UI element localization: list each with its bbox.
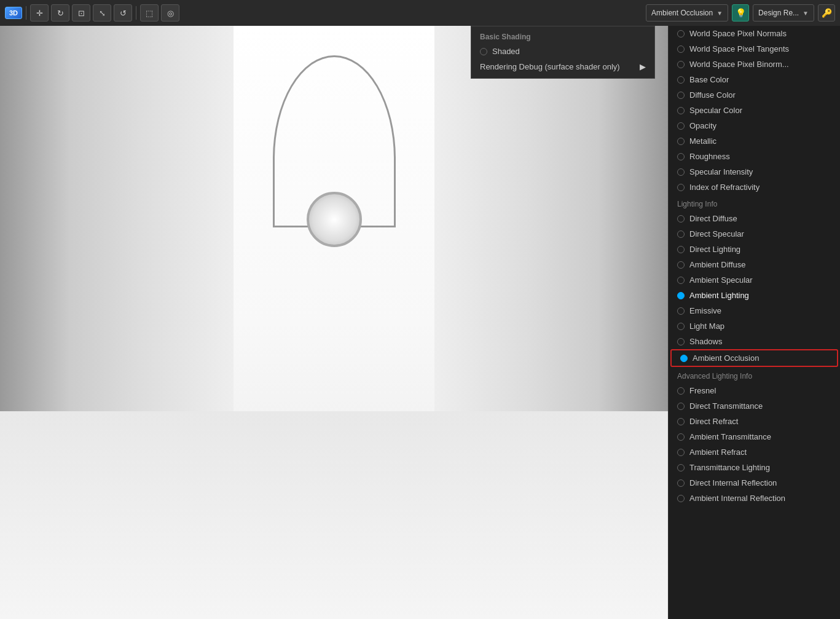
direct-refract-radio	[677, 418, 685, 425]
transmittance-lighting-radio	[677, 464, 685, 471]
lighting-info-header: Lighting Info	[669, 195, 840, 211]
rendering-debug-option[interactable]: Rendering Debug (surface shader only) ▶	[471, 59, 654, 74]
ambient-lighting-item[interactable]: Ambient Lighting	[669, 288, 840, 303]
viewport-mode-label: Ambient Occlusion	[651, 9, 713, 17]
floor	[0, 411, 668, 619]
direct-refract-label: Direct Refract	[689, 417, 738, 426]
design-mode-label: Design Re...	[758, 9, 799, 17]
transmittance-lighting-label: Transmittance Lighting	[689, 463, 770, 472]
roughness-item[interactable]: Roughness	[669, 149, 840, 164]
specular-color-label: Specular Color	[689, 106, 742, 115]
direct-internal-reflection-item[interactable]: Direct Internal Reflection	[669, 475, 840, 491]
rose-window	[307, 192, 362, 247]
light-map-item[interactable]: Light Map	[669, 318, 840, 334]
base-color-label: Base Color	[689, 75, 729, 84]
specular-color-radio	[677, 107, 685, 114]
emissive-radio	[677, 307, 685, 315]
direct-lighting-item[interactable]: Direct Lighting	[669, 242, 840, 257]
world-space-tangents-item[interactable]: World Space Pixel Tangents	[669, 41, 840, 57]
separator-2	[136, 6, 136, 20]
ambient-occlusion-item[interactable]: Ambient Occlusion	[670, 349, 838, 367]
camera-tool-button[interactable]: ⬚	[140, 4, 159, 22]
diffuse-color-label: Diffuse Color	[689, 90, 736, 100]
direct-internal-reflection-label: Direct Internal Reflection	[689, 478, 777, 487]
popup-title: Basic Shading	[471, 30, 654, 44]
direct-specular-item[interactable]: Direct Specular	[669, 226, 840, 242]
opacity-radio	[677, 122, 685, 130]
separator-1	[26, 6, 26, 20]
viewport-mode-chevron: ▼	[716, 10, 723, 17]
design-mode-dropdown[interactable]: Design Re... ▼	[753, 4, 814, 22]
direct-lighting-radio	[677, 246, 685, 253]
ambient-diffuse-radio	[677, 261, 685, 269]
shaded-option[interactable]: Shaded	[471, 44, 654, 59]
ambient-refract-item[interactable]: Ambient Refract	[669, 444, 840, 460]
direct-refract-item[interactable]: Direct Refract	[669, 414, 840, 429]
specular-intensity-item[interactable]: Specular Intensity	[669, 164, 840, 179]
direct-transmittance-label: Direct Transmittance	[689, 401, 763, 411]
undo-tool-button[interactable]: ↺	[114, 4, 132, 22]
world-space-tangents-radio	[677, 45, 685, 53]
direct-lighting-label: Direct Lighting	[689, 245, 740, 254]
transmittance-lighting-item[interactable]: Transmittance Lighting	[669, 460, 840, 475]
ambient-specular-item[interactable]: Ambient Specular	[669, 272, 840, 288]
world-space-normals-label: World Space Pixel Normals	[689, 29, 787, 38]
direct-internal-reflection-radio	[677, 479, 685, 487]
viewport-mode-dropdown[interactable]: Ambient Occlusion ▼	[646, 4, 728, 22]
ambient-diffuse-label: Ambient Diffuse	[689, 260, 746, 269]
unknown-tool-button[interactable]: ◎	[161, 4, 179, 22]
key-icon-button[interactable]: 🔑	[818, 4, 835, 22]
metallic-item[interactable]: Metallic	[669, 133, 840, 149]
viewport: 3D ✛ ↻ ⊡ ⤡ ↺ ⬚ ◎ Ambient Occlusion ▼ 💡 D…	[0, 0, 840, 619]
ambient-internal-reflection-label: Ambient Internal Reflection	[689, 494, 785, 503]
direct-transmittance-radio	[677, 403, 685, 410]
world-space-binorm-radio	[677, 61, 685, 68]
shaded-radio	[480, 48, 487, 55]
index-refractivity-radio	[677, 184, 685, 191]
diffuse-color-item[interactable]: Diffuse Color	[669, 87, 840, 103]
world-space-normals-radio	[677, 30, 685, 37]
basic-shading-popup: Basic Shading Shaded Rendering Debug (su…	[471, 26, 655, 79]
light-map-label: Light Map	[689, 321, 724, 331]
specular-color-item[interactable]: Specular Color	[669, 103, 840, 118]
direct-diffuse-radio	[677, 215, 685, 223]
fresnel-label: Fresnel	[689, 386, 716, 395]
3d-badge[interactable]: 3D	[5, 7, 22, 19]
metallic-label: Metallic	[689, 136, 716, 146]
world-space-normals-item[interactable]: World Space Pixel Normals	[669, 26, 840, 41]
ambient-specular-radio	[677, 277, 685, 284]
index-refractivity-item[interactable]: Index of Refractivity	[669, 179, 840, 195]
shadows-label: Shadows	[689, 337, 722, 346]
emissive-label: Emissive	[689, 306, 721, 315]
move-tool-button[interactable]: ✛	[30, 4, 49, 22]
scale-tool-button[interactable]: ⤡	[93, 4, 111, 22]
direct-transmittance-item[interactable]: Direct Transmittance	[669, 398, 840, 414]
world-space-binorm-label: World Space Pixel Binorm...	[689, 60, 789, 69]
ambient-transmittance-item[interactable]: Ambient Transmittance	[669, 429, 840, 444]
advanced-lighting-info-header: Advanced Lighting Info	[669, 367, 840, 383]
fresnel-radio	[677, 387, 685, 395]
world-space-binorm-item[interactable]: World Space Pixel Binorm...	[669, 57, 840, 72]
ambient-occlusion-radio	[680, 355, 688, 362]
specular-intensity-radio	[677, 168, 685, 176]
direct-diffuse-label: Direct Diffuse	[689, 214, 737, 223]
lighting-icon-button[interactable]: 💡	[732, 4, 749, 22]
rotate-tool-button[interactable]: ↻	[51, 4, 69, 22]
metallic-radio	[677, 138, 685, 145]
fresnel-item[interactable]: Fresnel	[669, 383, 840, 398]
opacity-item[interactable]: Opacity	[669, 118, 840, 133]
ambient-refract-label: Ambient Refract	[689, 447, 747, 457]
base-color-item[interactable]: Base Color	[669, 72, 840, 87]
opacity-label: Opacity	[689, 121, 716, 130]
shadows-item[interactable]: Shadows	[669, 334, 840, 349]
ambient-internal-reflection-radio	[677, 495, 685, 502]
ambient-refract-radio	[677, 449, 685, 456]
emissive-item[interactable]: Emissive	[669, 303, 840, 318]
snap-tool-button[interactable]: ⊡	[72, 4, 90, 22]
toolbar: 3D ✛ ↻ ⊡ ⤡ ↺ ⬚ ◎ Ambient Occlusion ▼ 💡 D…	[0, 0, 840, 26]
ambient-internal-reflection-item[interactable]: Ambient Internal Reflection	[669, 491, 840, 506]
design-mode-chevron: ▼	[803, 10, 809, 17]
direct-diffuse-item[interactable]: Direct Diffuse	[669, 211, 840, 226]
roughness-radio	[677, 153, 685, 160]
ambient-diffuse-item[interactable]: Ambient Diffuse	[669, 257, 840, 272]
